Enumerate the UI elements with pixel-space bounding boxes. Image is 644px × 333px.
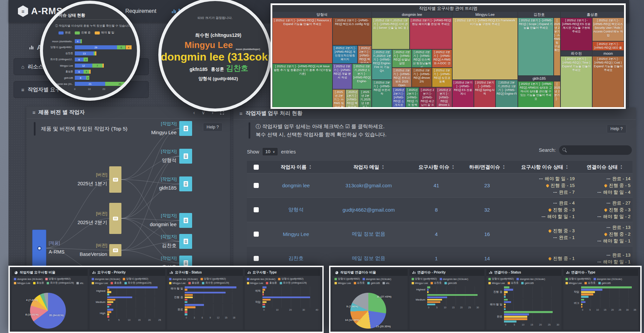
worker-name-cell[interactable]: 김찬호 <box>266 255 326 262</box>
treemap-cell[interactable]: [ 2025년 1분기 ] - [ARMS-REQ] ES Framework … <box>453 18 518 79</box>
chart-card-title: 요구사항 - Type <box>253 270 277 275</box>
chart-legend: 양형석 (gudtjr4662)dongmin lee (313cokr)Min… <box>564 276 639 285</box>
worker-node[interactable] <box>179 234 192 249</box>
treemap-cell[interactable]: [ 2025년 2분기 ] - [ARMS-REQ] ( Scope ) Exp… <box>518 18 553 75</box>
version-node[interactable] <box>109 244 121 256</box>
panel-list-icon: ≡ <box>239 111 243 116</box>
wordcloud-word[interactable]: 김찬호 <box>226 63 248 73</box>
product-node[interactable] <box>32 230 46 266</box>
col-req-issues[interactable]: 요구사항 이슈▲▼ <box>411 164 462 170</box>
x-tick: 0 <box>428 306 430 309</box>
treemap-cell[interactable]: [ 2025년 2분기 ] - [ARMS-REQ] ES 전용 게시판 기능을… <box>561 18 592 50</box>
x-tick: 5 <box>590 309 591 311</box>
wordcloud-word[interactable]: dongmin lee (313cokr) <box>161 51 272 63</box>
treemap-cell[interactable]: [ 2025년 2분기 ] - A-RMS 팀 구성 확인 <box>333 90 345 107</box>
version-node[interactable] <box>109 166 121 193</box>
treemap-cell[interactable]: [ 2025년 2분기,2025년 1분기 ] - [ARMS-REQ] Eng… <box>496 80 518 107</box>
hbar-group: 해야 할 일 <box>488 299 558 310</box>
issue-bar-plot: 13 <box>75 51 133 55</box>
row-checkbox[interactable] <box>254 207 259 212</box>
worker-name-cell[interactable]: dongmin lee <box>266 183 326 188</box>
treemap-cell[interactable]: [ 2025년 2분기 ] - [ARMS-REQ] SEO 를 랜 <box>593 42 624 50</box>
req-issue-count-cell: 8 <box>411 207 462 213</box>
treemap-cell[interactable]: [ 2025년 2분기 ] - [ARMS-REQ] 가격 정책 업데이트 <box>406 88 419 107</box>
col-linked-issue-status[interactable]: 연결이슈 상태▲▼ <box>577 164 632 170</box>
col-sub-linked-issues[interactable]: 하위/연결이슈▲▼ <box>462 164 512 170</box>
treemap-cell[interactable]: [ 2025년 2분기,2025년 1분기 ] - [ARMS-REQ] 서버 … <box>372 18 409 49</box>
col-worker-name[interactable]: 작업자 이름▲▼ <box>266 164 326 170</box>
treemap-cell[interactable]: [ 2025년 2분기 ] - [ARMS-REQ] ES 전용 게시 <box>453 80 474 107</box>
wordcloud-word[interactable]: Mingyu Lee <box>184 40 233 50</box>
in-progress-flame-icon <box>546 184 549 187</box>
worker-node[interactable] <box>179 121 192 136</box>
treemap-cell[interactable]: [ 2025년 2분기 ] - [ARMS-REQ] 백오피스 System 작 <box>358 46 371 63</box>
treemap-cell[interactable]: [ 2025년 1분기 ] - [ARMS-REQ] 백오피스 Security <box>346 90 359 107</box>
legend-swatch <box>266 282 268 284</box>
treemap-cell[interactable]: [ 2025년 2분기 ] - [ARMS-REQ] 상열님 설명 <box>392 50 411 67</box>
row-checkbox[interactable] <box>254 256 259 261</box>
hbar-x-axis: 051015202530 <box>506 324 558 327</box>
wordcloud-word[interactable]: 최수헌 (chltngus129) <box>195 32 242 39</box>
treemap-cell[interactable]: [ 2025년 2분기 ] - [ARMS-REQ] 브로셔 작 <box>372 80 392 107</box>
row-checkbox[interactable] <box>254 232 259 237</box>
status-cell: •••완료 - 4진행 중 - 3•••해야 할 일 - 1 <box>512 200 577 219</box>
treemap-cell[interactable]: [ 2025년 2분기,2025년 1분기 ] - [ARMS-REQ] Eng… <box>352 64 371 89</box>
treemap-cell[interactable]: [ 2025년 2분기 ] - [ARMS-REQ] dmove 2차 <box>412 68 432 87</box>
search-input[interactable] <box>567 148 625 153</box>
worker-node[interactable] <box>179 213 192 228</box>
treemap-cell[interactable]: [ 2025년 2분기 ] - [ARMS-REQ] 컨트리뷰트 2025 Op… <box>392 68 411 87</box>
select-all-checkbox[interactable] <box>254 165 259 170</box>
treemap-cell[interactable]: [ 2025년 2분기 ] - [ARMS-REQ] dmove 1 차 컨퍼런… <box>436 88 452 107</box>
worker-doc-icon <box>184 126 188 131</box>
treemap-cell[interactable]: [ 2025년 2분기 ] - [ARMS-REQ] 랜딩 페이지를 완성 해 … <box>410 18 452 49</box>
treemap-cell[interactable]: [ 2025년 1분기 ] - [ARMS-REQ] ( Resource ) … <box>273 18 332 63</box>
hbar-x-axis: 051015202530 <box>429 306 481 310</box>
version-icon <box>113 178 118 182</box>
treemap-cell[interactable]: [ 2025년 2분기 ] - [ARMS-REQ] ( Time ) Expa… <box>561 56 592 107</box>
x-tick: 25 <box>468 306 471 309</box>
worker-name-cell[interactable]: Mingyu Lee <box>266 231 326 237</box>
treemap-cell[interactable]: [ 2025년 2분기 ] - [ARMS-REQ] 상표권 등록 <box>432 68 452 87</box>
treemap-cell[interactable]: [ 2025 년 2분기 ] - <box>554 81 560 107</box>
page-size-select[interactable]: 10 ∨ <box>262 147 278 156</box>
treemap-cell[interactable]: [ 2025년 2분기 ] - [ARMS-REQ] Spring AI 적 <box>474 80 495 107</box>
treemap-cell[interactable]: [ 2025년 2분기 ] - [ARMS-REQ] 개인정보처리방침 페이지 <box>333 46 357 63</box>
treemap-cell[interactable]: [ 2025년 2분기 ] - [ARMS-REQ] 백오피스 Security… <box>593 18 624 41</box>
version-node[interactable] <box>109 203 121 234</box>
wordcloud-word[interactable]: gkfn185 <box>190 67 208 72</box>
hbar-bar <box>262 306 265 308</box>
hbar-bar <box>185 309 187 311</box>
treemap-cell[interactable]: [ 2025년 2분기 ] - [ARMS-REQ] 세근님이 갈 프로젝트뷰 … <box>419 88 436 107</box>
info-line-2: 복수 선택 시, 선택한 작업자를 함께 확인하실 수 있습니다. <box>256 130 387 139</box>
treemap-cell[interactable]: [ 2025년 2분기 ] - [ARMS-REQ] ALM Issue 컬럼 … <box>273 64 332 107</box>
treemap-cell[interactable]: [ 2025년 2분기 ] - [ARMS-REQ] 인스펙션 팀장님들께 시 <box>412 50 432 67</box>
treemap-cell[interactable]: [ 2025년 1분기 ] - [ARMS-REQ] ARMS의 상태와 고객사… <box>518 81 553 107</box>
wordcloud-word[interactable]: 홍성훈 <box>211 66 224 72</box>
worker-email-cell: gudtjr4662@gmail.com <box>326 207 411 213</box>
table-row: dongmin lee313cokr@gmail.com4123•••해야 할 … <box>247 173 632 197</box>
worker-node[interactable] <box>179 149 192 164</box>
col-req-issue-status[interactable]: 요구사항 이슈 상태▲▼ <box>512 164 577 170</box>
worker-node[interactable] <box>179 176 192 191</box>
wordcloud-word[interactable]: moon (dumbbelloper) <box>236 48 260 50</box>
treemap-cell[interactable]: [ 2025년 2분기,2025년 1분기 ] - [ARMS-REQ] Eng… <box>372 50 392 79</box>
help-button[interactable]: Help ? <box>607 124 626 133</box>
status-dots-icon: ••• <box>598 214 601 219</box>
hbar-bars <box>107 296 162 308</box>
treemap-cell[interactable]: [ 2025년 2분기 ] - [ARMS-REQ] A-RMS 와 A-DOC… <box>432 50 452 67</box>
row-checkbox[interactable] <box>254 183 259 188</box>
legend-item: 홍성훈 <box>188 281 200 285</box>
treemap-cell[interactable]: [ 2025년 2분기 ] - A-RMS 팀 구성 확인 <box>554 18 560 75</box>
wordcloud-word[interactable]: 양형석 (gudtjr4662) <box>198 76 238 82</box>
treemap-cell[interactable]: [ 2025년 2분기 ] - [ARMS-REQ] 백오피스 config 작… <box>333 18 371 45</box>
treemap-cell[interactable]: [ 2025년 2분기 ] - [ARMS-REQ] 소개자료 PPT 업데 <box>392 88 405 107</box>
col-worker-email[interactable]: 작업자 메일▲▼ <box>326 164 411 170</box>
worker-name-cell[interactable]: 양형석 <box>266 207 326 213</box>
x-tick: 18 <box>233 316 235 319</box>
pie-slice-label: 31 (27.43%) <box>377 295 392 298</box>
treemap-cell[interactable]: [ 2025년 2분기,2025년 1분기 ] - [ARMS-REQ] 데이 <box>359 90 371 107</box>
treemap-cell[interactable]: [ 2025년 2분기 ] - [ARMS-REQ] ( Cost ) Expa… <box>593 56 624 107</box>
nav-requirement[interactable]: Requirement <box>125 8 157 14</box>
status-dots-icon: ••• <box>598 189 601 195</box>
treemap-cell[interactable]: [ 2025년 2분기 ] - [ARMS-REQ] 개발 문서 작성 <box>333 64 352 89</box>
